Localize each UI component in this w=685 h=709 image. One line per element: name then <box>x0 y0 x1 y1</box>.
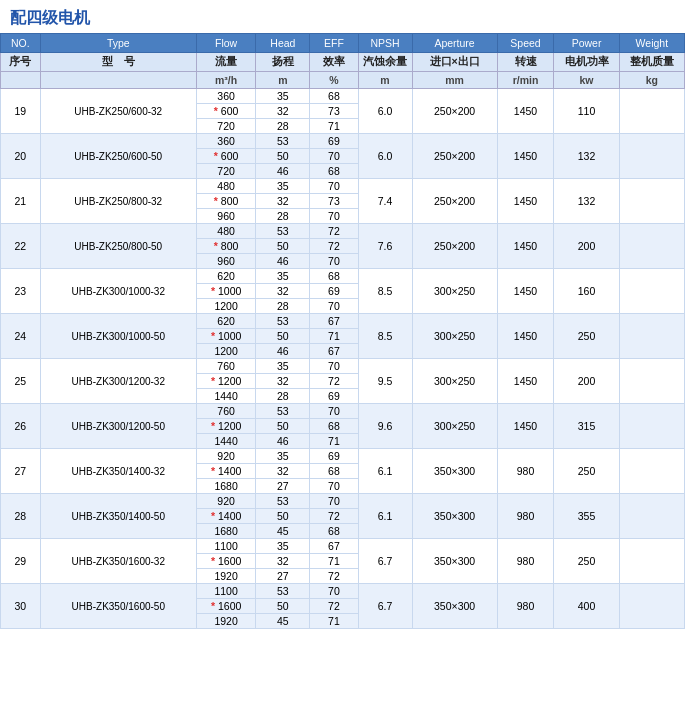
cell-power: 250 <box>554 539 619 584</box>
cell-eff: 70 <box>310 254 358 269</box>
col-head-zh: 扬程 <box>256 53 310 72</box>
cell-no: 25 <box>1 359 41 404</box>
cell-flow: 1680 <box>196 524 256 539</box>
cell-type: UHB-ZK300/1200-32 <box>40 359 196 404</box>
cell-flow: 360 <box>196 89 256 104</box>
cell-power: 355 <box>554 494 619 539</box>
cell-head: 50 <box>256 149 310 164</box>
cell-power: 132 <box>554 179 619 224</box>
cell-eff: 73 <box>310 104 358 119</box>
cell-power: 250 <box>554 314 619 359</box>
cell-no: 30 <box>1 584 41 629</box>
header-row-zh: 序号 型 号 流量 扬程 效率 汽蚀余量 进口×出口 转速 电机功率 整机质量 <box>1 53 685 72</box>
table-row: 26UHB-ZK300/1200-5076053709.6300×2501450… <box>1 404 685 419</box>
table-row: 22UHB-ZK250/800-5048053727.6250×20014502… <box>1 224 685 239</box>
cell-head: 32 <box>256 554 310 569</box>
col-power-zh: 电机功率 <box>554 53 619 72</box>
col-no-unit <box>1 72 41 89</box>
cell-eff: 68 <box>310 419 358 434</box>
cell-head: 53 <box>256 224 310 239</box>
cell-eff: 72 <box>310 509 358 524</box>
cell-head: 27 <box>256 569 310 584</box>
col-weight-zh: 整机质量 <box>619 53 684 72</box>
table-row: 27UHB-ZK350/1400-3292035696.1350×3009802… <box>1 449 685 464</box>
col-aperture-en: Aperture <box>412 34 497 53</box>
cell-flow: 480 <box>196 179 256 194</box>
cell-head: 32 <box>256 374 310 389</box>
cell-head: 28 <box>256 299 310 314</box>
col-weight-unit: kg <box>619 72 684 89</box>
cell-flow: 960 <box>196 209 256 224</box>
cell-type: UHB-ZK350/1600-32 <box>40 539 196 584</box>
cell-speed: 980 <box>497 494 554 539</box>
cell-flow: * 600 <box>196 104 256 119</box>
cell-eff: 70 <box>310 209 358 224</box>
cell-head: 28 <box>256 209 310 224</box>
cell-speed: 1450 <box>497 89 554 134</box>
cell-flow: 1200 <box>196 299 256 314</box>
cell-aperture: 250×200 <box>412 89 497 134</box>
cell-aperture: 300×250 <box>412 404 497 449</box>
cell-speed: 1450 <box>497 404 554 449</box>
cell-npsh: 6.7 <box>358 584 412 629</box>
cell-eff: 68 <box>310 164 358 179</box>
cell-power: 200 <box>554 224 619 269</box>
cell-head: 27 <box>256 479 310 494</box>
cell-flow: * 1000 <box>196 284 256 299</box>
cell-eff: 71 <box>310 119 358 134</box>
cell-flow: 1680 <box>196 479 256 494</box>
col-flow-unit: m³/h <box>196 72 256 89</box>
cell-flow: * 800 <box>196 194 256 209</box>
cell-weight <box>619 269 684 314</box>
cell-flow: * 600 <box>196 149 256 164</box>
cell-head: 45 <box>256 524 310 539</box>
cell-eff: 70 <box>310 494 358 509</box>
table-row: 20UHB-ZK250/600-5036053696.0250×20014501… <box>1 134 685 149</box>
cell-head: 32 <box>256 464 310 479</box>
cell-npsh: 9.6 <box>358 404 412 449</box>
col-eff-unit: % <box>310 72 358 89</box>
cell-no: 19 <box>1 89 41 134</box>
cell-flow: * 800 <box>196 239 256 254</box>
table-row: 25UHB-ZK300/1200-3276035709.5300×2501450… <box>1 359 685 374</box>
col-head-unit: m <box>256 72 310 89</box>
col-weight-en: Weight <box>619 34 684 53</box>
cell-type: UHB-ZK350/1400-32 <box>40 449 196 494</box>
cell-eff: 72 <box>310 599 358 614</box>
cell-head: 32 <box>256 284 310 299</box>
cell-type: UHB-ZK300/1200-50 <box>40 404 196 449</box>
cell-npsh: 6.1 <box>358 494 412 539</box>
col-npsh-unit: m <box>358 72 412 89</box>
col-speed-unit: r/min <box>497 72 554 89</box>
col-head-en: Head <box>256 34 310 53</box>
cell-head: 35 <box>256 539 310 554</box>
cell-head: 50 <box>256 419 310 434</box>
cell-aperture: 350×300 <box>412 539 497 584</box>
cell-weight <box>619 404 684 449</box>
cell-eff: 70 <box>310 299 358 314</box>
cell-eff: 70 <box>310 479 358 494</box>
cell-flow: 1200 <box>196 344 256 359</box>
cell-flow: 620 <box>196 269 256 284</box>
cell-head: 28 <box>256 119 310 134</box>
cell-head: 32 <box>256 104 310 119</box>
cell-weight <box>619 359 684 404</box>
cell-eff: 72 <box>310 569 358 584</box>
cell-eff: 68 <box>310 89 358 104</box>
cell-head: 53 <box>256 134 310 149</box>
cell-flow: 360 <box>196 134 256 149</box>
cell-eff: 67 <box>310 344 358 359</box>
cell-head: 35 <box>256 449 310 464</box>
cell-aperture: 300×250 <box>412 359 497 404</box>
cell-head: 45 <box>256 614 310 629</box>
cell-npsh: 8.5 <box>358 269 412 314</box>
col-flow-zh: 流量 <box>196 53 256 72</box>
cell-type: UHB-ZK250/800-32 <box>40 179 196 224</box>
cell-flow: 760 <box>196 404 256 419</box>
col-npsh-zh: 汽蚀余量 <box>358 53 412 72</box>
cell-no: 29 <box>1 539 41 584</box>
cell-flow: 1100 <box>196 584 256 599</box>
table-row: 29UHB-ZK350/1600-32110035676.7350×300980… <box>1 539 685 554</box>
cell-speed: 980 <box>497 584 554 629</box>
cell-weight <box>619 494 684 539</box>
